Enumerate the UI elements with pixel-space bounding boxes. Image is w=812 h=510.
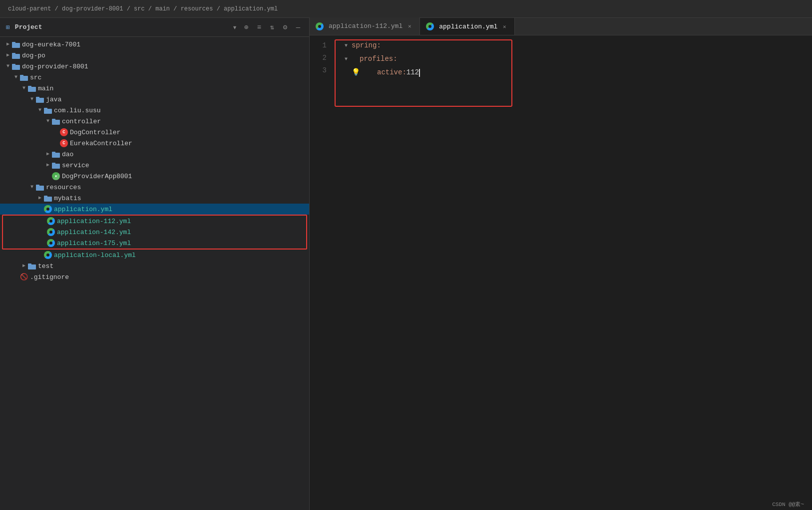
tree-item-service[interactable]: ▶service [0, 160, 309, 171]
tab-application-112[interactable]: application-112.yml ✕ [310, 17, 420, 35]
tree-arrow-dog-po[interactable]: ▶ [4, 51, 12, 59]
tree-arrow-DogProviderApp8001 [44, 172, 52, 180]
tree-arrow-application-local-yml [36, 251, 44, 259]
tree-arrow-controller[interactable]: ▼ [44, 117, 52, 125]
spring-class-icon: ★ [52, 172, 60, 180]
tree-item-test[interactable]: ▶test [0, 260, 309, 271]
tree-item-DogProviderApp8001[interactable]: ★DogProviderApp8001 [0, 171, 309, 182]
yaml-file-icon [47, 217, 55, 225]
add-icon[interactable]: ⊕ [241, 22, 251, 32]
hide-icon[interactable]: — [293, 22, 303, 32]
svg-rect-1 [12, 42, 15, 44]
fold-arrow-2[interactable]: ▼ [343, 56, 350, 63]
tree-item-dog-eureka-7001[interactable]: ▶dog-eureka-7001 [0, 39, 309, 50]
tree-label-resources: resources [46, 184, 81, 191]
code-editor[interactable]: ▼ spring: ▼ profiles: 💡 active: 112 [335, 39, 812, 506]
breadcrumb-text: cloud-parent / dog-provider-8001 / src /… [8, 5, 278, 12]
folder-icon [44, 194, 52, 202]
sidebar-title: Project [15, 23, 229, 31]
tree-arrow-main[interactable]: ▼ [20, 84, 28, 92]
tab-label-112: application-112.yml [329, 22, 403, 30]
tree-item-controller[interactable]: ▼controller [0, 116, 309, 127]
yaml-file-icon [47, 239, 55, 247]
tree-arrow-com-liu-susu[interactable]: ▼ [36, 106, 44, 114]
tree-arrow-EurekaController [52, 139, 60, 147]
collapse-icon[interactable]: ⇅ [267, 22, 277, 32]
code-profiles-key: profiles: [352, 53, 398, 65]
java-class-icon: C [60, 139, 68, 147]
tab-close-main[interactable]: ✕ [500, 22, 508, 30]
folder-icon [12, 51, 20, 59]
tree-item-mybatis[interactable]: ▶mybatis [0, 193, 309, 204]
code-active-key: active: [362, 66, 406, 79]
tree-item-main[interactable]: ▼main [0, 83, 309, 94]
svg-rect-9 [28, 86, 31, 88]
tree-arrow-service[interactable]: ▶ [44, 161, 52, 169]
tree-label-service: service [62, 162, 89, 169]
text-cursor [419, 69, 420, 77]
tree-item-com-liu-susu[interactable]: ▼com.liu.susu [0, 105, 309, 116]
folder-icon [20, 73, 28, 81]
tree-label-dog-eureka-7001: dog-eureka-7001 [22, 41, 80, 48]
tree-item-application-142-yml[interactable]: application-142.yml [3, 227, 306, 238]
bulb-icon: 💡 [352, 66, 360, 79]
project-dropdown[interactable]: ▾ [232, 22, 237, 32]
folder-icon [12, 62, 20, 70]
tree-label-mybatis: mybatis [54, 195, 81, 202]
tabs-bar: application-112.yml ✕ application.yml ✕ [310, 18, 812, 35]
tree-arrow-mybatis[interactable]: ▶ [36, 194, 44, 202]
svg-rect-19 [52, 163, 55, 165]
tab-close-112[interactable]: ✕ [406, 22, 413, 30]
folder-icon [28, 84, 36, 92]
tree-label-java: java [46, 96, 61, 103]
tree-item-DogController[interactable]: CDogController [0, 127, 309, 138]
folder-icon [28, 262, 36, 270]
editor-content[interactable]: 1 2 3 ▼ spring: ▼ profiles: � [310, 35, 812, 510]
tree-label-dog-po: dog-po [22, 52, 45, 59]
yaml-file-icon [44, 205, 52, 213]
settings-icon[interactable]: ⚙ [280, 22, 290, 32]
tab-application-yml[interactable]: application.yml ✕ [420, 17, 515, 35]
svg-rect-23 [44, 196, 47, 198]
fold-arrow-1[interactable]: ▼ [343, 42, 350, 49]
tree-label-com-liu-susu: com.liu.susu [54, 107, 101, 114]
tab-label-main: application.yml [439, 23, 497, 30]
tree-item-application-175-yml[interactable]: application-175.yml [3, 238, 306, 249]
tree-label-application-142-yml: application-142.yml [57, 229, 131, 236]
tree-item-dao[interactable]: ▶dao [0, 149, 309, 160]
tree-item-resources[interactable]: ▼resources [0, 182, 309, 193]
tree-label-application-112-yml: application-112.yml [57, 218, 131, 225]
tree-arrow-java[interactable]: ▼ [28, 95, 36, 103]
tree-item--gitignore[interactable]: 🚫.gitignore [0, 271, 309, 282]
scroll-icon[interactable]: ≡ [254, 22, 264, 32]
tree-arrow-dao[interactable]: ▶ [44, 150, 52, 158]
tree-item-application-local-yml[interactable]: application-local.yml [0, 250, 309, 260]
svg-rect-15 [52, 119, 55, 121]
tree-item-dog-po[interactable]: ▶dog-po [0, 50, 309, 61]
gitignore-icon: 🚫 [20, 273, 28, 281]
tree-item-application-112-yml[interactable]: application-112.yml [3, 216, 306, 227]
tree-arrow-application-142-yml [39, 228, 47, 236]
file-tree: ▶dog-eureka-7001▶dog-po▼dog-provider-800… [0, 37, 309, 510]
tree-arrow-test[interactable]: ▶ [20, 262, 28, 270]
folder-icon [44, 106, 52, 114]
code-line-1: ▼ spring: [343, 39, 804, 52]
tree-arrow-dog-provider-8001[interactable]: ▼ [4, 62, 12, 70]
tree-item-application-yml[interactable]: application.yml [0, 204, 309, 215]
folder-icon [36, 95, 44, 103]
tree-item-java[interactable]: ▼java [0, 94, 309, 105]
tree-item-dog-provider-8001[interactable]: ▼dog-provider-8001 [0, 61, 309, 72]
tree-arrow-application-112-yml [39, 217, 47, 225]
tree-arrow-resources[interactable]: ▼ [28, 183, 36, 191]
tree-label-application-yml: application.yml [54, 206, 112, 213]
tree-label-EurekaController: EurekaController [70, 140, 132, 147]
tree-label-dao: dao [62, 151, 73, 158]
tree-item-EurekaController[interactable]: CEurekaController [0, 138, 309, 149]
tree-item-src[interactable]: ▼src [0, 72, 309, 83]
project-icon: ⊞ [6, 23, 10, 31]
tree-label--gitignore: .gitignore [30, 274, 69, 280]
svg-rect-3 [12, 53, 15, 55]
tree-arrow-src[interactable]: ▼ [12, 73, 20, 81]
line-numbers: 1 2 3 [310, 39, 335, 506]
tree-arrow-dog-eureka-7001[interactable]: ▶ [4, 40, 12, 48]
